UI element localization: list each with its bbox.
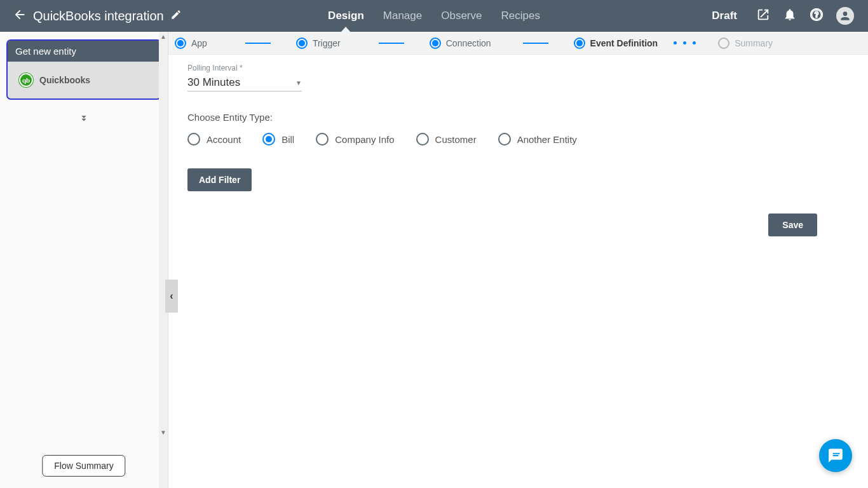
quickbooks-icon: qb xyxy=(19,73,33,87)
flow-summary-button[interactable]: Flow Summary xyxy=(42,455,125,477)
step-connector xyxy=(245,43,271,44)
form-content: Polling Interval * 30 Minutes ▼ Choose E… xyxy=(168,55,868,204)
app-header: QuickBooks integration Design Manage Obs… xyxy=(0,0,868,32)
radio-icon xyxy=(262,133,275,146)
radio-icon xyxy=(187,133,200,146)
radio-label: Bill xyxy=(281,134,294,145)
title-area: QuickBooks integration xyxy=(0,8,254,25)
step-radio-icon xyxy=(175,37,186,49)
radio-icon xyxy=(316,133,329,146)
entity-type-group: Account Bill Company Info Customer Anoth… xyxy=(187,133,849,146)
chevron-down-icon: ▼ xyxy=(295,79,302,86)
tab-recipes[interactable]: Recipes xyxy=(501,0,539,32)
step-label: Summary xyxy=(735,38,773,48)
step-event-definition[interactable]: Event Definition xyxy=(574,37,658,49)
main-area: App Trigger Connection Event Definition xyxy=(168,32,868,488)
radio-label: Account xyxy=(207,134,241,145)
entity-option-company-info[interactable]: Company Info xyxy=(316,133,394,146)
radio-icon xyxy=(416,133,429,146)
chevron-left-icon: ‹ xyxy=(170,290,173,302)
step-label: Trigger xyxy=(313,38,341,48)
radio-icon xyxy=(498,133,511,146)
status-badge: Draft xyxy=(712,10,737,22)
step-radio-icon xyxy=(430,37,441,49)
chat-icon xyxy=(827,447,844,464)
step-connector xyxy=(523,43,548,44)
entity-card-item-label: Quickbooks xyxy=(39,75,90,85)
entity-option-customer[interactable]: Customer xyxy=(416,133,477,146)
edit-icon[interactable] xyxy=(170,9,182,24)
step-radio-icon xyxy=(296,37,308,49)
radio-label: Another Entity xyxy=(517,134,577,145)
entity-card-title: Get new entity xyxy=(8,41,160,62)
page-title: QuickBooks integration xyxy=(33,9,164,24)
entity-option-another-entity[interactable]: Another Entity xyxy=(498,133,577,146)
entity-card-item[interactable]: qb Quickbooks xyxy=(13,67,155,93)
step-label: App xyxy=(191,38,207,48)
user-avatar-icon[interactable] xyxy=(836,7,854,25)
stepper: App Trigger Connection Event Definition xyxy=(168,32,868,55)
sidebar: ▲ ▼ Get new entity qb Quickbooks Flow Su… xyxy=(0,32,168,488)
step-radio-icon xyxy=(718,37,729,49)
step-connector xyxy=(379,43,404,44)
nav-tabs: Design Manage Observe Recipes xyxy=(328,0,540,32)
entity-card[interactable]: Get new entity qb Quickbooks xyxy=(6,39,161,100)
save-button[interactable]: Save xyxy=(768,214,817,236)
step-label: Event Definition xyxy=(590,38,658,48)
step-trigger[interactable]: Trigger xyxy=(296,37,341,49)
sidebar-scrollbar[interactable]: ▲ ▼ xyxy=(159,32,168,488)
step-app[interactable]: App xyxy=(175,37,207,49)
scroll-down-icon[interactable]: ▼ xyxy=(160,429,166,436)
entity-option-bill[interactable]: Bill xyxy=(262,133,294,146)
step-dots xyxy=(674,41,696,44)
bell-icon[interactable] xyxy=(783,8,797,24)
scroll-up-icon[interactable]: ▲ xyxy=(160,33,166,40)
svg-text:?: ? xyxy=(814,10,819,20)
chat-fab[interactable] xyxy=(819,439,852,472)
radio-label: Customer xyxy=(435,134,477,145)
expand-trigger-icon[interactable] xyxy=(78,112,90,126)
polling-interval-select[interactable]: 30 Minutes ▼ xyxy=(187,72,302,92)
collapse-sidebar-handle[interactable]: ‹ xyxy=(165,280,178,313)
step-summary[interactable]: Summary xyxy=(718,37,773,49)
back-arrow-icon[interactable] xyxy=(13,8,27,25)
header-right: Draft ? xyxy=(712,7,868,25)
help-icon[interactable]: ? xyxy=(810,8,824,24)
entity-type-label: Choose Entity Type: xyxy=(187,112,849,123)
polling-interval-value: 30 Minutes xyxy=(187,76,240,89)
tab-manage[interactable]: Manage xyxy=(383,0,422,32)
step-connection[interactable]: Connection xyxy=(430,37,491,49)
entity-option-account[interactable]: Account xyxy=(187,133,241,146)
step-radio-icon xyxy=(574,37,585,49)
polling-interval-label: Polling Interval * xyxy=(187,64,849,72)
open-external-icon[interactable] xyxy=(756,8,770,24)
step-label: Connection xyxy=(446,38,491,48)
tab-observe[interactable]: Observe xyxy=(441,0,482,32)
add-filter-button[interactable]: Add Filter xyxy=(187,168,252,191)
tab-design[interactable]: Design xyxy=(328,0,364,32)
radio-label: Company Info xyxy=(335,134,394,145)
